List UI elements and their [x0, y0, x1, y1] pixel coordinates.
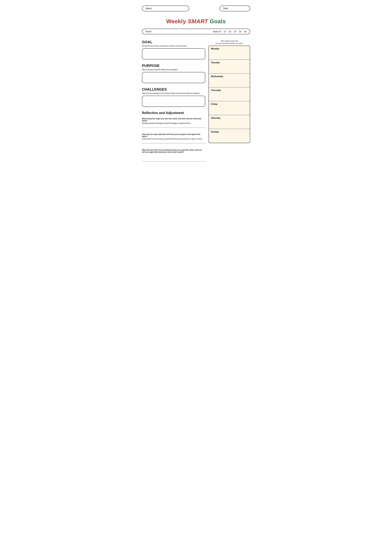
- day-thursday-label: Thursday: [211, 89, 248, 91]
- day-friday-label: Friday: [211, 103, 248, 105]
- reflection-q3: What did you learn from working toward y…: [142, 149, 205, 153]
- month-label: Month:: [146, 30, 152, 33]
- page-title: Weekly SMART Goals: [142, 18, 250, 25]
- goal-section: GOAL Be specific and concise. Include th…: [142, 40, 205, 59]
- reflection-q2: How will you stay motivated and track yo…: [142, 133, 205, 137]
- purpose-title: PURPOSE: [142, 63, 205, 68]
- reflection-title: Reflection and Adjustment: [142, 111, 205, 115]
- day-monday[interactable]: Monday: [209, 46, 250, 60]
- title-goals: Goals: [208, 18, 226, 24]
- goal-title: GOAL: [142, 40, 205, 44]
- days-header: What specific actions willyou take each …: [209, 40, 250, 44]
- day-monday-label: Monday: [211, 48, 248, 50]
- week-opt-2[interactable]: 02: [229, 30, 231, 33]
- main-layout: GOAL Be specific and concise. Include th…: [142, 40, 250, 167]
- challenges-section: CHALLENGES What are the challenges to ov…: [142, 87, 205, 107]
- title-weekly: Weekly: [166, 18, 186, 24]
- day-sunday-label: Sunday: [211, 131, 248, 133]
- challenges-title: CHALLENGES: [142, 87, 205, 91]
- day-thursday[interactable]: Thursday: [209, 87, 250, 101]
- week-options: 01 02 03 04 05: [224, 30, 246, 33]
- name-label: Name:: [146, 7, 152, 10]
- week-opt-3[interactable]: 03: [234, 30, 236, 33]
- day-saturday-label: Saturday: [211, 117, 248, 119]
- day-tuesday[interactable]: Tuesday: [209, 60, 250, 74]
- left-column: GOAL Be specific and concise. Include th…: [142, 40, 205, 167]
- goal-input[interactable]: [142, 48, 205, 59]
- challenges-input[interactable]: [142, 96, 205, 107]
- name-field[interactable]: Name:: [142, 6, 189, 11]
- purpose-section: PURPOSE Why is the goal relevant? What a…: [142, 63, 205, 83]
- week-opt-5[interactable]: 05: [244, 30, 246, 33]
- goal-desc: Be specific and concise. Include the mea…: [142, 45, 205, 47]
- reflection-section: Reflection and Adjustment What obstacles…: [142, 111, 205, 153]
- right-column: What specific actions willyou take each …: [209, 40, 250, 167]
- day-sunday[interactable]: Sunday: [209, 129, 250, 143]
- title-smart: SMART: [186, 18, 208, 24]
- reflection-q2-sub: (Think about how you'll keep yourself fo…: [142, 138, 205, 140]
- day-wednesday-label: Wednesday: [211, 75, 248, 78]
- purpose-desc: Why is the goal relevant? What are the b…: [142, 69, 205, 71]
- header-row: Name: Date:: [142, 6, 250, 11]
- purpose-input[interactable]: [142, 72, 205, 83]
- reflection-q1-sub: (Identify potential challenges and plan …: [142, 122, 205, 124]
- day-tuesday-label: Tuesday: [211, 61, 248, 64]
- date-field[interactable]: Date:: [220, 6, 250, 11]
- day-saturday[interactable]: Saturday: [209, 115, 250, 129]
- challenges-desc: What are the challenges to overcome? Wha…: [142, 92, 205, 94]
- date-label: Date:: [223, 7, 229, 10]
- day-friday[interactable]: Friday: [209, 101, 250, 115]
- day-wednesday[interactable]: Wednesday: [209, 74, 250, 87]
- reflection-q1: What obstacles might you face this week,…: [142, 118, 205, 122]
- week-opt-4[interactable]: 04: [239, 30, 241, 33]
- days-container: Monday Tuesday Wednesday Thursday Friday…: [209, 46, 250, 143]
- week-of-label: Week Of:: [213, 30, 222, 33]
- week-opt-1[interactable]: 01: [224, 30, 226, 33]
- month-week-row: Month: Week Of: 01 02 03 04 05: [142, 29, 250, 34]
